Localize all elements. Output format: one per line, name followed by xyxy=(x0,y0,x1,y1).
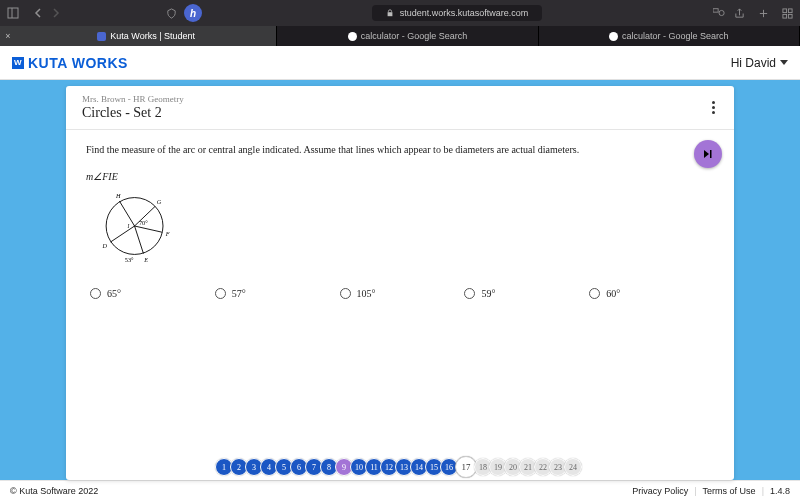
svg-rect-5 xyxy=(788,8,792,12)
choice-label: 57° xyxy=(232,288,246,299)
center-label: I xyxy=(126,223,129,229)
choice-label: 59° xyxy=(481,288,495,299)
card-header: Mrs. Brown - HR Geometry Circles - Set 2 xyxy=(66,86,734,130)
point-label: D xyxy=(102,242,108,249)
favicon-icon xyxy=(609,32,618,41)
back-icon[interactable] xyxy=(32,6,46,20)
question-label: m∠FIE xyxy=(86,171,714,182)
logo-icon xyxy=(12,57,24,69)
brand-text: KUTA WORKS xyxy=(28,55,128,71)
angle-label: 53° xyxy=(125,256,134,263)
tab-label: calculator - Google Search xyxy=(622,31,729,41)
svg-rect-3 xyxy=(713,9,718,12)
address-bar[interactable]: student.works.kutasoftware.com xyxy=(372,5,543,21)
radio-icon xyxy=(340,288,351,299)
answer-choice[interactable]: 105° xyxy=(340,288,465,299)
honey-extension-icon[interactable]: h xyxy=(184,4,202,22)
tab-label: Kuta Works | Student xyxy=(110,31,195,41)
work-area: Mrs. Brown - HR Geometry Circles - Set 2… xyxy=(0,80,800,480)
angle-label: 70° xyxy=(139,219,148,226)
answer-choice[interactable]: 65° xyxy=(90,288,215,299)
forward-icon xyxy=(48,6,62,20)
choice-label: 60° xyxy=(606,288,620,299)
question-navigator: 123456789101112131415161718192021222324 xyxy=(66,456,734,476)
point-label: E xyxy=(143,256,148,263)
page-footer: © Kuta Software 2022 Privacy Policy | Te… xyxy=(0,480,800,500)
answer-choice[interactable]: 59° xyxy=(464,288,589,299)
share-icon[interactable] xyxy=(732,6,746,20)
privacy-link[interactable]: Privacy Policy xyxy=(632,486,688,496)
shield-icon[interactable] xyxy=(164,6,178,20)
favicon-icon xyxy=(97,32,106,41)
instructions-text: Find the measure of the arc or central a… xyxy=(86,144,714,155)
version-text: 1.4.8 xyxy=(770,486,790,496)
copyright-text: © Kuta Software 2022 xyxy=(10,486,98,496)
tab-label: calculator - Google Search xyxy=(361,31,468,41)
svg-rect-2 xyxy=(387,12,392,16)
radio-icon xyxy=(90,288,101,299)
close-tab-icon[interactable]: × xyxy=(0,26,16,46)
card-body: Find the measure of the arc or central a… xyxy=(66,130,734,480)
terms-link[interactable]: Terms of Use xyxy=(703,486,756,496)
choice-label: 65° xyxy=(107,288,121,299)
svg-line-13 xyxy=(135,226,144,254)
browser-tab[interactable]: Kuta Works | Student xyxy=(16,26,277,46)
app-header: KUTA WORKS Hi David xyxy=(0,46,800,80)
radio-icon xyxy=(589,288,600,299)
point-label: G xyxy=(157,198,162,205)
svg-line-14 xyxy=(111,226,135,242)
brand-logo[interactable]: KUTA WORKS xyxy=(12,55,128,71)
reader-icon[interactable] xyxy=(712,6,726,20)
svg-line-12 xyxy=(135,226,163,232)
lock-icon xyxy=(386,9,394,17)
answer-choice[interactable]: 57° xyxy=(215,288,340,299)
svg-rect-0 xyxy=(8,8,18,18)
url-text: student.works.kutasoftware.com xyxy=(400,8,529,18)
new-tab-icon[interactable] xyxy=(756,6,770,20)
choice-label: 105° xyxy=(357,288,376,299)
svg-rect-7 xyxy=(788,14,792,18)
browser-tab[interactable]: calculator - Google Search xyxy=(277,26,538,46)
radio-icon xyxy=(464,288,475,299)
user-menu[interactable]: Hi David xyxy=(731,56,788,70)
question-pill[interactable]: 24 xyxy=(564,458,582,476)
assignment-title: Circles - Set 2 xyxy=(82,105,718,121)
sidebar-toggle-icon[interactable] xyxy=(6,6,20,20)
svg-rect-6 xyxy=(782,14,786,18)
radio-icon xyxy=(215,288,226,299)
point-label: H xyxy=(115,192,121,199)
next-question-button[interactable] xyxy=(694,140,722,168)
svg-rect-4 xyxy=(782,8,786,12)
answer-choice[interactable]: 60° xyxy=(589,288,714,299)
chevron-down-icon xyxy=(780,60,788,65)
browser-tabs: × Kuta Works | Student calculator - Goog… xyxy=(0,26,800,46)
answer-choices: 65° 57° 105° 59° 60° xyxy=(90,288,714,299)
favicon-icon xyxy=(348,32,357,41)
browser-toolbar: h student.works.kutasoftware.com xyxy=(0,0,800,26)
point-label: F xyxy=(165,230,170,237)
more-menu-icon[interactable] xyxy=(706,100,720,114)
breadcrumb: Mrs. Brown - HR Geometry xyxy=(82,94,718,104)
assignment-card: Mrs. Brown - HR Geometry Circles - Set 2… xyxy=(66,86,734,480)
browser-tab[interactable]: calculator - Google Search xyxy=(539,26,800,46)
svg-rect-8 xyxy=(710,150,712,158)
tabs-overview-icon[interactable] xyxy=(780,6,794,20)
greeting-text: Hi David xyxy=(731,56,776,70)
geometry-diagram: H G F E D I 70° 53° xyxy=(94,186,714,268)
